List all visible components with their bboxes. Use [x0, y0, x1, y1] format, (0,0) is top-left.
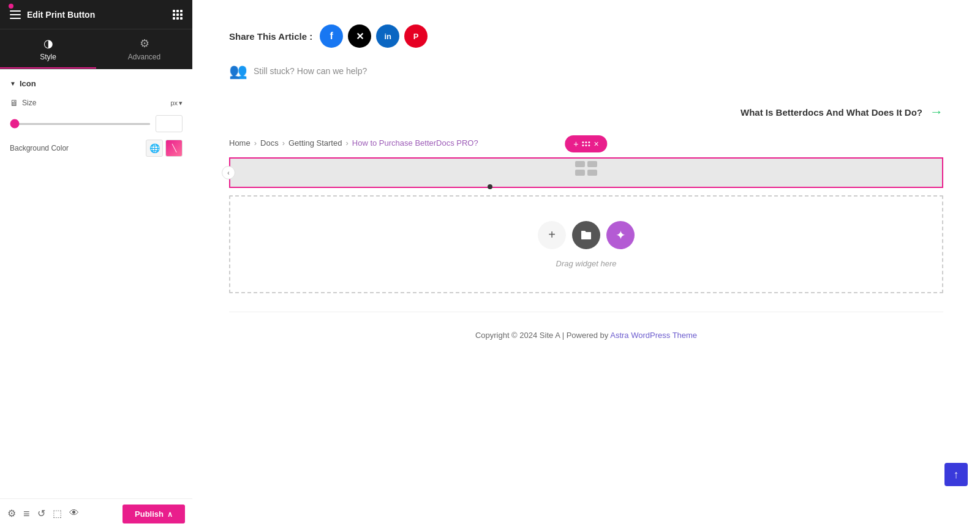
footer-copyright: Copyright © 2024 Site A | Powered by [475, 331, 610, 340]
icon-section-header[interactable]: ▼ Icon [10, 79, 183, 88]
unit-chevron: ▾ [179, 99, 183, 107]
icon-section-label: Icon [20, 79, 36, 88]
settings-icon[interactable]: ⚙ [7, 508, 16, 520]
pinterest-icon[interactable]: P [404, 24, 428, 48]
breadcrumb-sep-1: › [254, 138, 257, 148]
sidebar-tabs: ◑ Style ⚙ Advanced [0, 29, 192, 69]
widget-drag-handle[interactable] [582, 141, 590, 146]
next-arrow-icon: → [930, 104, 943, 120]
share-section: Share This Article : f ✕ in P [229, 24, 943, 48]
add-widget-button[interactable]: + [538, 221, 566, 249]
sidebar-content: ▼ Icon 🖥 Size px ▾ Background Color [0, 69, 192, 498]
breadcrumb-sep-2: › [282, 138, 285, 148]
header-left: Edit Print Button [10, 10, 95, 20]
size-slider[interactable] [10, 123, 151, 125]
twitter-x-icon[interactable]: ✕ [348, 24, 371, 48]
main-content: Share This Article : f ✕ in P 👥 Still st… [192, 0, 980, 529]
svg-rect-3 [587, 170, 597, 176]
publish-label: Publish [135, 509, 164, 519]
cursor [488, 184, 492, 189]
widget-add-btn[interactable]: + [571, 138, 581, 150]
widget-toolbar: + × [565, 135, 607, 152]
size-label-text: Size [22, 99, 36, 107]
tab-advanced[interactable]: ⚙ Advanced [96, 29, 192, 69]
social-icons: f ✕ in P [320, 24, 428, 48]
widget-close-btn[interactable]: × [592, 138, 601, 150]
svg-rect-1 [587, 161, 597, 167]
hamburger-icon[interactable] [10, 10, 21, 19]
size-slider-row [10, 115, 183, 132]
empty-widget-area: + ✦ Drag widget here [229, 195, 943, 293]
breadcrumb-sep-3: › [345, 138, 348, 148]
size-number-input[interactable] [156, 115, 183, 132]
widget-inner-grid-icon [574, 160, 598, 186]
bg-color-row: Background Color 🌐 ╲ [10, 140, 183, 157]
field-unit: px ▾ [170, 99, 183, 107]
facebook-icon[interactable]: f [320, 24, 343, 48]
help-icon: 👥 [229, 62, 247, 80]
globe-color-btn[interactable]: 🌐 [146, 140, 163, 157]
next-article-title: What Is Betterdocs And What Does It Do? [741, 107, 922, 118]
bg-color-label: Background Color [10, 144, 69, 152]
eye-icon[interactable]: 👁 [69, 508, 79, 520]
breadcrumb-docs[interactable]: Docs [260, 138, 279, 148]
main-inner: Share This Article : f ✕ in P 👥 Still st… [192, 0, 980, 529]
share-label: Share This Article : [229, 31, 312, 42]
widget-add-buttons: + ✦ [538, 221, 635, 249]
svg-rect-0 [575, 161, 585, 167]
advanced-tab-icon: ⚙ [140, 37, 149, 50]
icon-section-arrow: ▼ [10, 80, 16, 87]
still-stuck-section: 👥 Still stuck? How can we help? [229, 62, 943, 80]
status-dot [9, 4, 13, 9]
size-field-row: 🖥 Size px ▾ [10, 98, 183, 108]
layers-icon[interactable]: ≡ [23, 508, 30, 520]
footer-link[interactable]: Astra WordPress Theme [610, 331, 697, 340]
unit-dropdown[interactable]: px ▾ [170, 99, 183, 107]
page-footer: Copyright © 2024 Site A | Powered by Ast… [229, 312, 943, 352]
sidebar-title: Edit Print Button [27, 10, 95, 20]
tab-advanced-label: Advanced [128, 53, 160, 61]
publish-chevron-icon: ∧ [167, 510, 173, 519]
tab-style[interactable]: ◑ Style [0, 29, 96, 69]
tab-style-label: Style [40, 53, 56, 61]
footer-icons: ⚙ ≡ ↺ ⬚ 👁 [7, 508, 79, 520]
unit-text: px [170, 99, 178, 107]
drag-widget-text: Drag widget here [556, 259, 617, 268]
color-controls: 🌐 ╲ [146, 140, 183, 157]
breadcrumb-current: How to Purchase BetterDocs PRO? [352, 138, 478, 148]
breadcrumb-getting-started[interactable]: Getting Started [288, 138, 342, 148]
widget-selected-container: + × ‹ [229, 157, 943, 188]
add-template-button[interactable] [572, 221, 600, 249]
next-article[interactable]: What Is Betterdocs And What Does It Do? … [229, 104, 943, 120]
brush-color-btn[interactable]: ╲ [165, 140, 183, 157]
sidebar-header: Edit Print Button [0, 0, 192, 29]
still-stuck-text: Still stuck? How can we help? [254, 66, 367, 76]
monitor-icon: 🖥 [10, 98, 18, 108]
style-tab-icon: ◑ [43, 37, 53, 50]
linkedin-icon[interactable]: in [376, 24, 399, 48]
svg-rect-2 [575, 170, 585, 176]
collapse-arrow[interactable]: ‹ [222, 166, 235, 179]
template-icon[interactable]: ⬚ [53, 508, 62, 520]
scroll-top-button[interactable]: ↑ [944, 463, 968, 486]
widget-block[interactable]: ‹ [229, 157, 943, 188]
grid-icon[interactable] [173, 10, 183, 20]
add-ai-button[interactable]: ✦ [606, 221, 635, 249]
sidebar-footer: ⚙ ≡ ↺ ⬚ 👁 Publish ∧ [0, 498, 192, 529]
sidebar: Edit Print Button ◑ Style ⚙ Advanced ▼ I… [0, 0, 192, 529]
breadcrumb-home[interactable]: Home [229, 138, 251, 148]
history-icon[interactable]: ↺ [37, 508, 45, 520]
publish-button[interactable]: Publish ∧ [123, 505, 185, 523]
size-field-label: 🖥 Size [10, 98, 36, 108]
